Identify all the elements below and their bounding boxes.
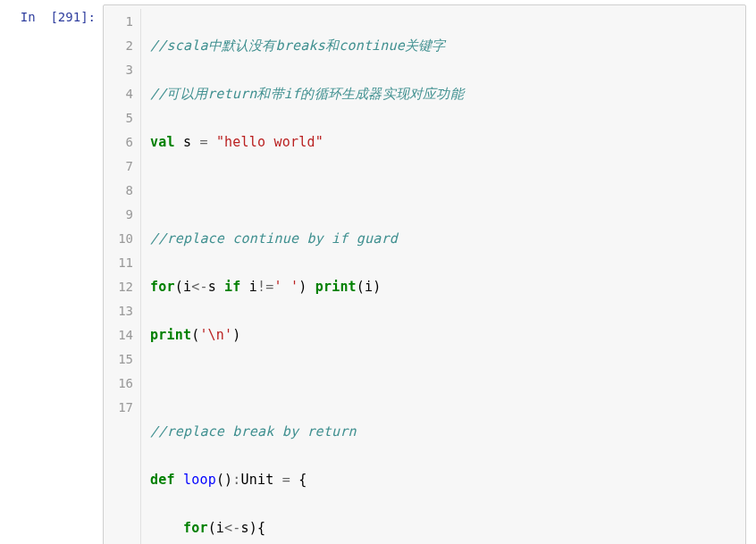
code-line[interactable]: val s = "hello world" — [150, 130, 738, 155]
line-number: 8 — [104, 179, 133, 203]
code-line[interactable]: //可以用return和带if的循环生成器实现对应功能 — [150, 82, 738, 106]
code-line[interactable]: def loop():Unit = { — [150, 468, 738, 492]
line-number: 15 — [104, 347, 133, 372]
line-number: 9 — [104, 203, 133, 227]
line-gutter: 1 2 3 4 5 6 7 8 9 10 11 12 13 14 15 16 1… — [104, 9, 141, 544]
line-number: 7 — [104, 155, 133, 179]
line-number: 12 — [104, 275, 133, 299]
line-number: 2 — [104, 34, 133, 58]
code-line[interactable]: //replace continue by if guard — [150, 227, 738, 251]
line-number: 11 — [104, 251, 133, 275]
line-number: 5 — [104, 106, 133, 130]
code-editor[interactable]: 1 2 3 4 5 6 7 8 9 10 11 12 13 14 15 16 1… — [103, 4, 746, 544]
code-line[interactable] — [150, 372, 738, 396]
line-number: 4 — [104, 82, 133, 106]
code-line[interactable]: for(i<-s if i!=' ') print(i) — [150, 275, 738, 299]
code-line[interactable]: //scala中默认没有breaks和continue关键字 — [150, 34, 738, 58]
line-number: 16 — [104, 372, 133, 396]
line-number: 17 — [104, 396, 133, 420]
code-line[interactable]: //replace break by return — [150, 420, 738, 444]
code-content[interactable]: //scala中默认没有breaks和continue关键字 //可以用retu… — [141, 9, 745, 544]
line-number: 3 — [104, 58, 133, 82]
line-number: 1 — [104, 10, 133, 34]
input-cell: In [291]: 1 2 3 4 5 6 7 8 9 10 11 12 13 … — [0, 0, 756, 544]
code-line[interactable]: for(i<-s){ — [150, 516, 738, 540]
line-number: 13 — [104, 299, 133, 323]
code-line[interactable] — [150, 179, 738, 203]
code-line[interactable]: print('\n') — [150, 323, 738, 347]
in-prompt: In [291]: — [0, 4, 103, 24]
line-number: 14 — [104, 323, 133, 347]
line-number: 6 — [104, 130, 133, 155]
line-number: 10 — [104, 227, 133, 251]
